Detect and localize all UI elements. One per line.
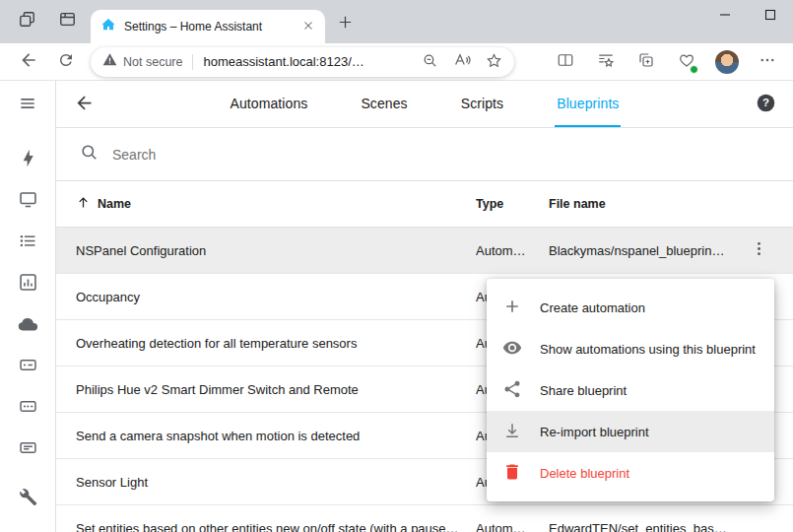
split-screen-button[interactable]: [550, 46, 581, 78]
ha-sidebar: [0, 81, 56, 532]
more-menu-icon: [759, 51, 776, 72]
tab-blueprints[interactable]: Blueprints: [555, 81, 621, 127]
profile-button[interactable]: [711, 46, 743, 78]
server-icon: [18, 355, 38, 378]
tools-icon: [18, 488, 37, 510]
dots-vertical-icon: [750, 239, 768, 261]
hamburger-menu-icon: [18, 94, 37, 116]
sidebar-item-server-2[interactable]: [8, 388, 47, 428]
tab-title: Settings – Home Assistant: [124, 20, 294, 33]
plus-icon: [502, 297, 522, 319]
share-icon: [502, 379, 522, 402]
star-icon: [486, 52, 502, 72]
server-icon: [18, 437, 38, 461]
refresh-icon: [57, 51, 75, 72]
home-assistant-app: Automations Scenes Scripts Blueprints ? …: [0, 81, 793, 532]
collections-button[interactable]: [630, 46, 662, 78]
browser-back-button[interactable]: [12, 46, 45, 78]
back-icon: [74, 93, 95, 116]
row-overflow-button[interactable]: [736, 239, 781, 261]
sidebar-item-history[interactable]: [8, 264, 47, 303]
workspaces-button[interactable]: [18, 10, 36, 32]
window-controls: [702, 0, 793, 32]
workspaces-icon: [18, 10, 36, 32]
new-tab-icon: [337, 14, 354, 33]
home-assistant-logo-icon: [100, 17, 116, 36]
help-button[interactable]: ?: [756, 93, 776, 116]
search-input[interactable]: [112, 147, 769, 163]
refresh-button[interactable]: [49, 46, 83, 78]
minimize-button[interactable]: [702, 0, 748, 32]
tab-scripts[interactable]: Scripts: [459, 81, 506, 127]
blueprints-page: Automations Scenes Scripts Blueprints ? …: [56, 81, 793, 532]
zoom-button[interactable]: [422, 52, 438, 72]
zoom-out-icon: [422, 52, 438, 72]
menu-item-share-blueprint[interactable]: Share blueprint: [487, 369, 774, 411]
sidebar-menu-button[interactable]: [8, 85, 47, 124]
table-row-nspanel[interactable]: NSPanel Configuration Autom… Blackymas/n…: [56, 228, 793, 274]
favorites-icon: [597, 51, 615, 72]
menu-item-create-automation[interactable]: Create automation: [487, 287, 774, 328]
table-header: Name Type File name: [56, 181, 793, 228]
page-back-button[interactable]: [74, 93, 95, 116]
collections-icon: [637, 51, 655, 72]
menu-item-delete-blueprint[interactable]: Delete blueprint: [487, 452, 774, 494]
sidebar-item-energy[interactable]: [8, 140, 47, 179]
server-icon: [18, 396, 38, 420]
browser-window: Settings – Home Assistant Not secure hom…: [0, 0, 793, 532]
search-icon: [80, 143, 99, 166]
sidebar-item-server-1[interactable]: [8, 347, 47, 386]
media-icon: [18, 189, 38, 213]
close-tab-button[interactable]: [301, 19, 315, 35]
logbook-icon: [18, 231, 38, 254]
browser-toolbar: Not secure homeassistant.local:8123/…: [0, 43, 793, 81]
help-icon: ?: [756, 93, 776, 116]
tab-scenes[interactable]: Scenes: [359, 81, 409, 127]
read-aloud-button[interactable]: [453, 51, 471, 72]
eye-icon: [502, 338, 522, 361]
browser-tab[interactable]: Settings – Home Assistant: [91, 10, 325, 43]
minimize-icon: [719, 9, 731, 24]
column-file-name[interactable]: File name: [549, 197, 736, 211]
browser-titlebar: Settings – Home Assistant: [0, 0, 793, 43]
favorite-this-page-button[interactable]: [486, 52, 502, 72]
sidebar-item-server-3[interactable]: [8, 430, 47, 469]
security-label[interactable]: Not secure: [123, 55, 182, 69]
sidebar-item-cloud[interactable]: [8, 305, 47, 345]
search-bar: [56, 128, 793, 181]
settings-more-button[interactable]: [752, 46, 783, 78]
menu-item-reimport-blueprint[interactable]: Re-import blueprint: [487, 411, 774, 452]
maximize-button[interactable]: [748, 0, 793, 32]
sort-up-icon: [76, 195, 91, 213]
sidebar-item-logbook[interactable]: [8, 223, 47, 262]
column-name[interactable]: Name: [98, 197, 131, 211]
table-row-set-entities[interactable]: Set entities based on other entities new…: [56, 505, 793, 532]
tab-actions-button[interactable]: [58, 10, 77, 32]
row-context-menu: Create automation Show automations using…: [487, 279, 774, 501]
menu-item-show-automations[interactable]: Show automations using this blueprint: [487, 328, 774, 369]
warning-icon: [102, 52, 117, 71]
read-aloud-icon: [453, 51, 471, 72]
cloud-icon: [17, 313, 38, 338]
page-tabs: Automations Scenes Scripts Blueprints: [111, 81, 738, 127]
address-bar[interactable]: Not secure homeassistant.local:8123/…: [91, 47, 514, 77]
tab-actions-icon: [58, 10, 77, 32]
column-type[interactable]: Type: [476, 197, 549, 211]
sort-name-button[interactable]: [76, 195, 91, 213]
sidebar-item-media[interactable]: [8, 181, 47, 221]
download-icon: [502, 421, 522, 443]
back-icon: [19, 50, 38, 73]
url-text[interactable]: homeassistant.local:8123/…: [203, 54, 416, 69]
close-tab-icon: [301, 19, 315, 35]
maximize-icon: [764, 9, 776, 24]
browser-essentials-button[interactable]: [671, 46, 702, 78]
sidebar-item-developer-tools[interactable]: [8, 479, 47, 518]
new-tab-button[interactable]: [337, 14, 354, 33]
profile-avatar: [715, 50, 739, 74]
favorites-button[interactable]: [590, 46, 622, 78]
page-header: Automations Scenes Scripts Blueprints ?: [56, 81, 793, 128]
tab-automations[interactable]: Automations: [229, 81, 310, 127]
svg-text:?: ?: [762, 97, 769, 108]
split-screen-icon: [557, 51, 574, 72]
trash-icon: [502, 462, 522, 485]
